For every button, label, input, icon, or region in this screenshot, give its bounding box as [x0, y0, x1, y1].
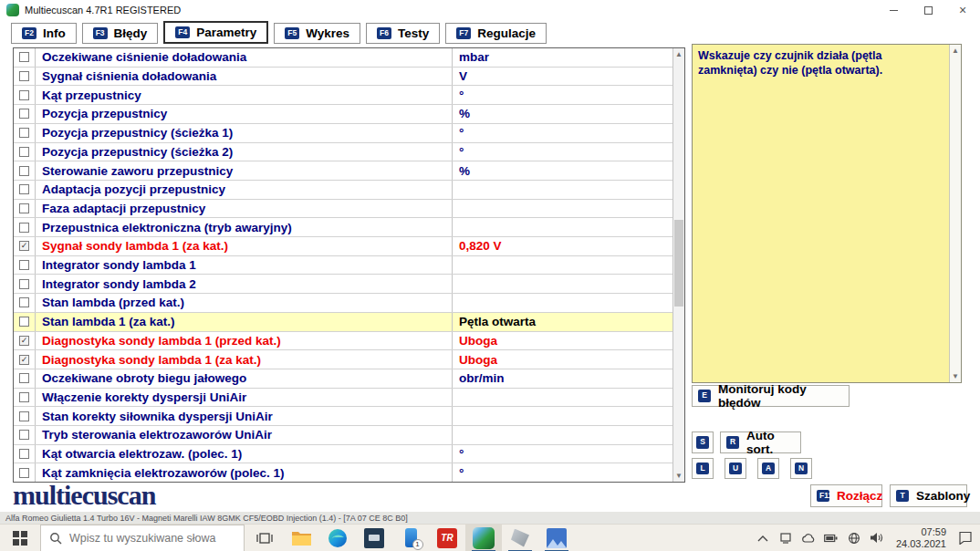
tab-parametry[interactable]: F4Parametry — [163, 21, 268, 44]
param-value: % — [452, 105, 672, 123]
scrollbar-thumb[interactable] — [674, 220, 683, 307]
scroll-up-icon[interactable]: ▲ — [673, 48, 684, 60]
volume-tray-button[interactable] — [870, 531, 884, 546]
paint3d-icon — [511, 529, 529, 547]
row-checkbox[interactable] — [14, 426, 36, 444]
shortcut-button-u[interactable]: U — [725, 458, 746, 479]
param-name: Integrator sondy lambda 1 — [36, 258, 452, 272]
start-button[interactable] — [0, 525, 40, 551]
table-row[interactable]: Kąt przepustnicy° — [14, 86, 672, 105]
taskbar-search-box[interactable] — [40, 525, 245, 551]
table-row[interactable]: Pozycja przepustnicy% — [14, 105, 672, 124]
row-checkbox[interactable] — [14, 181, 36, 199]
disconnect-button[interactable]: F11 Rozłącz — [810, 484, 882, 507]
param-name: Przepustnica elektroniczna (tryb awaryjn… — [36, 221, 452, 234]
task-view-button[interactable] — [246, 525, 283, 551]
row-checkbox[interactable] — [14, 218, 36, 236]
param-value: V — [452, 68, 672, 86]
description-scrollbar[interactable]: ▲ ▼ — [949, 45, 961, 382]
table-row[interactable]: Oczekiwane ciśnienie doładowaniambar — [14, 48, 672, 68]
paint3d-taskbar-button[interactable] — [502, 525, 538, 551]
tab-testy[interactable]: F6Testy — [366, 23, 440, 44]
table-row[interactable]: Oczekiwane obroty biegu jałowegoobr/min — [14, 369, 672, 389]
row-checkbox[interactable] — [14, 200, 36, 218]
param-value: ° — [452, 143, 672, 161]
row-checkbox[interactable] — [14, 369, 36, 388]
table-row[interactable]: ✓Diagnostyka sondy lambda 1 (przed kat.)… — [14, 332, 672, 351]
row-checkbox[interactable] — [14, 256, 36, 275]
shortcut-button-a[interactable]: A — [757, 458, 779, 479]
action-center-button[interactable] — [958, 531, 973, 546]
battery-tray-button[interactable] — [824, 531, 839, 546]
param-name: Kąt przepustnicy — [36, 88, 452, 102]
shortcut-button-l[interactable]: L — [692, 458, 714, 479]
row-checkbox[interactable] — [14, 161, 36, 180]
table-row[interactable]: Przepustnica elektroniczna (tryb awaryjn… — [14, 218, 672, 237]
cloud-icon — [801, 533, 816, 544]
row-checkbox[interactable] — [14, 105, 36, 123]
phone-app-button[interactable]: 1 — [392, 525, 429, 551]
shortcut-button-n[interactable]: N — [790, 458, 812, 479]
table-row[interactable]: Pozycja przepustnicy (ścieżka 2)° — [14, 143, 672, 162]
minimize-button[interactable] — [876, 0, 911, 20]
search-input[interactable] — [69, 532, 234, 545]
table-row[interactable]: ✓Diagnostyka sondy lambda 1 (za kat.)Ubo… — [14, 350, 672, 369]
tab-info[interactable]: F2Info — [11, 23, 77, 44]
photos-taskbar-button[interactable] — [538, 525, 575, 551]
row-checkbox[interactable]: ✓ — [14, 350, 36, 369]
scroll-down-icon[interactable]: ▼ — [673, 470, 684, 482]
row-checkbox[interactable]: ✓ — [14, 237, 36, 255]
translator-app-button[interactable]: TR — [429, 525, 465, 551]
table-scrollbar[interactable]: ▲ ▼ — [672, 48, 684, 482]
table-row[interactable]: Stan korekty siłownika dyspersji UniAir — [14, 407, 672, 426]
tray-expand-button[interactable] — [756, 531, 770, 546]
tab-regulacje[interactable]: F7Regulacje — [445, 23, 547, 44]
taskbar-clock[interactable]: 07:59 24.03.2021 — [892, 526, 950, 550]
table-row[interactable]: Stan lambda 1 (za kat.)Pętla otwarta — [14, 313, 672, 332]
sort-s-button[interactable]: S — [692, 431, 714, 453]
row-checkbox[interactable] — [14, 294, 36, 312]
row-checkbox[interactable] — [14, 389, 36, 407]
onedrive-tray-button[interactable] — [801, 531, 816, 546]
table-row[interactable]: ✓Sygnał sondy lambda 1 (za kat.)0,820 V — [14, 237, 672, 256]
table-row[interactable]: Sygnał ciśnienia doładowaniaV — [14, 68, 672, 87]
row-checkbox[interactable] — [14, 48, 36, 67]
table-row[interactable]: Integrator sondy lambda 2 — [14, 275, 672, 294]
maximize-button[interactable] — [911, 0, 945, 20]
table-row[interactable]: Adaptacja pozycji przepustnicy — [14, 181, 672, 200]
row-checkbox[interactable] — [14, 407, 36, 425]
row-checkbox[interactable]: ✓ — [14, 332, 36, 350]
templates-button[interactable]: T Szablony — [890, 484, 967, 507]
row-checkbox[interactable] — [14, 275, 36, 293]
table-row[interactable]: Tryb sterowania elektrozaworów UniAir — [14, 426, 672, 445]
monitor-error-codes-button[interactable]: E Monitoruj kody błędów — [692, 385, 850, 407]
table-row[interactable]: Stan lambda (przed kat.) — [14, 294, 672, 313]
tab-wykres[interactable]: F5Wykres — [274, 23, 360, 44]
edge-button[interactable] — [319, 525, 356, 551]
param-value: obr/min — [452, 369, 672, 388]
row-checkbox[interactable] — [14, 124, 36, 142]
table-row[interactable]: Sterowanie zaworu przepustnicy% — [14, 161, 672, 181]
close-button[interactable]: × — [945, 0, 980, 20]
network-tray-button[interactable] — [847, 531, 861, 546]
table-row[interactable]: Faza adaptacji przepustnicy — [14, 200, 672, 219]
row-checkbox[interactable] — [14, 445, 36, 463]
file-explorer-button[interactable] — [283, 525, 319, 551]
table-row[interactable]: Włączenie korekty dyspersji UniAir — [14, 389, 672, 408]
table-row[interactable]: Integrator sondy lambda 1 — [14, 256, 672, 276]
app-logo-icon — [6, 4, 19, 16]
device-tray-button[interactable] — [778, 531, 793, 546]
table-row[interactable]: Pozycja przepustnicy (ścieżka 1)° — [14, 124, 672, 143]
scroll-up-icon[interactable]: ▲ — [950, 45, 961, 57]
remote-app-button[interactable] — [356, 525, 392, 551]
scroll-down-icon[interactable]: ▼ — [950, 370, 961, 382]
tab-błędy[interactable]: F3Błędy — [82, 23, 159, 44]
device-icon — [779, 532, 792, 545]
row-checkbox[interactable] — [14, 68, 36, 86]
row-checkbox[interactable] — [14, 143, 36, 161]
multiecuscan-taskbar-button[interactable] — [465, 525, 502, 551]
table-row[interactable]: Kąt otwarcia elektrozaw. (polec. 1)° — [14, 445, 672, 464]
auto-sort-button[interactable]: R Auto sort. — [720, 431, 801, 453]
row-checkbox[interactable] — [14, 86, 36, 104]
row-checkbox[interactable] — [14, 313, 36, 331]
